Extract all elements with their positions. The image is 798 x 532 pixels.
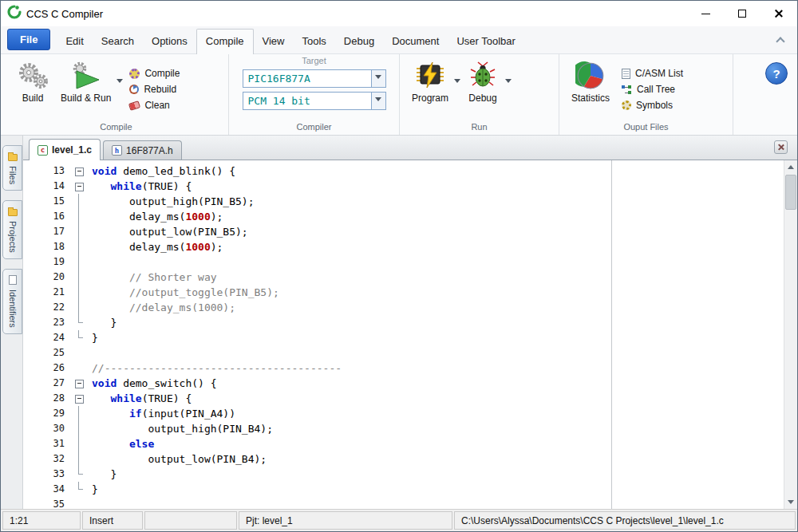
scroll-up-button[interactable]	[784, 160, 797, 173]
statistics-button[interactable]: Statistics	[566, 57, 615, 121]
sidebar-tab-projects[interactable]: Projects	[2, 200, 22, 259]
fold-margin	[73, 270, 85, 285]
document-icon	[622, 69, 630, 79]
code-text: delay_ms(1000);	[85, 239, 784, 254]
line-number: 15	[23, 194, 73, 209]
code-editor[interactable]: 13void demo_led_blink() {14 while(TRUE) …	[23, 160, 797, 509]
build-button[interactable]: Build	[10, 57, 55, 121]
sidebar-tabs: FilesProjectsIdentifiers	[1, 136, 23, 509]
line-number: 32	[23, 451, 73, 467]
code-text: // Shorter way	[85, 270, 784, 285]
line-number: 35	[23, 497, 73, 509]
menu-item-options[interactable]: Options	[143, 30, 196, 53]
editor-tab-label: level_1.c	[52, 144, 92, 156]
symbols-label: Symbols	[636, 100, 673, 111]
fold-margin	[73, 436, 85, 451]
maximize-button[interactable]	[724, 1, 760, 26]
fold-margin	[73, 467, 85, 482]
vertical-scrollbar[interactable]	[784, 160, 797, 509]
code-line: 30 output_high(PIN_B4);	[23, 421, 784, 436]
menu-items: EditSearchOptionsCompileViewToolsDebugDo…	[57, 29, 523, 53]
collapse-ribbon-button[interactable]	[773, 35, 788, 46]
ribbon-group-run: Program	[400, 54, 559, 135]
help-button[interactable]: ?	[765, 62, 788, 85]
code-text: }	[85, 467, 784, 482]
close-icon	[777, 144, 784, 151]
help-zone: ?	[733, 54, 797, 135]
line-number: 17	[23, 224, 73, 239]
device-select[interactable]: PIC16F877A	[243, 69, 386, 88]
build-and-run-dropdown[interactable]	[117, 83, 123, 97]
menu-item-debug[interactable]: Debug	[335, 30, 383, 53]
fold-margin	[73, 209, 85, 224]
sidebar-tab-identifiers[interactable]: Identifiers	[2, 269, 22, 334]
debug-button[interactable]: Debug	[460, 57, 505, 121]
call-tree-label: Call Tree	[637, 84, 675, 95]
scroll-down-button[interactable]	[784, 496, 797, 509]
close-icon	[774, 9, 784, 18]
triangle-up-icon	[788, 162, 794, 169]
chevron-down-icon[interactable]	[371, 93, 385, 109]
debug-dropdown[interactable]	[505, 83, 512, 97]
menu-item-search[interactable]: Search	[93, 30, 143, 53]
code-line: 35	[23, 497, 784, 509]
sidebar-tab-files[interactable]: Files	[2, 145, 22, 191]
fold-collapse-icon[interactable]	[73, 376, 85, 391]
editor-tabs: clevel_1.ch16F877A.h	[29, 139, 184, 160]
statistics-label: Statistics	[571, 93, 610, 104]
menu-item-compile[interactable]: Compile	[196, 29, 254, 54]
editor-zone: clevel_1.ch16F877A.h 13void demo_led_bli…	[23, 136, 797, 509]
rebuild-button[interactable]: Rebuild	[129, 84, 180, 95]
statusbar-project: Pjt: level_1	[239, 511, 452, 530]
build-and-run-label: Build & Run	[61, 93, 111, 104]
fold-margin	[73, 361, 85, 376]
minimize-button[interactable]	[687, 1, 724, 26]
compile-button[interactable]: Compile	[129, 68, 180, 79]
program-dropdown[interactable]	[454, 83, 460, 97]
code-line: 24}	[23, 330, 784, 345]
build-and-run-button[interactable]: Build & Run	[55, 57, 117, 121]
code-text: //output_toggle(PIN_B5);	[85, 285, 784, 300]
circular-arrows-icon	[129, 85, 139, 94]
group-label-compile: Compile	[4, 121, 228, 135]
clean-button[interactable]: Clean	[129, 100, 180, 111]
triangle-down-icon	[788, 500, 794, 507]
code-text: output_high(PIN_B5);	[85, 194, 784, 209]
code-line: 23 }	[23, 315, 784, 330]
editor-tab-level-1-c[interactable]: clevel_1.c	[29, 139, 101, 160]
eraser-icon	[128, 100, 140, 111]
fold-collapse-icon[interactable]	[73, 164, 85, 179]
menu-item-view[interactable]: View	[254, 30, 294, 53]
window-title: CCS C Compiler	[26, 8, 103, 20]
c-source-file-icon: c	[38, 145, 48, 156]
code-text: while(TRUE) {	[85, 391, 784, 406]
close-editor-button[interactable]	[774, 140, 788, 154]
line-number: 25	[23, 345, 73, 361]
line-number: 28	[23, 391, 73, 406]
menu-item-tools[interactable]: Tools	[293, 30, 334, 53]
line-number: 18	[23, 239, 73, 254]
menu-item-document[interactable]: Document	[383, 30, 448, 53]
call-tree-button[interactable]: Call Tree	[622, 84, 683, 95]
editor-tab-16f877a-h[interactable]: h16F877A.h	[103, 140, 182, 160]
sidebar-tab-label: Files	[8, 166, 18, 184]
code-lines: 13void demo_led_blink() {14 while(TRUE) …	[23, 164, 784, 509]
symbols-button[interactable]: Symbols	[622, 100, 683, 111]
program-button[interactable]: Program	[406, 57, 454, 121]
file-menu-button[interactable]: File	[7, 29, 50, 50]
menu-item-edit[interactable]: Edit	[57, 30, 92, 53]
fold-margin	[73, 406, 85, 421]
compiler-mode-select[interactable]: PCM 14 bit	[243, 92, 386, 110]
chevron-down-icon[interactable]	[371, 70, 385, 87]
scrollbar-thumb[interactable]	[785, 175, 796, 210]
fold-collapse-icon[interactable]	[73, 391, 85, 406]
editor-split-divider[interactable]	[611, 160, 612, 509]
line-number: 29	[23, 406, 73, 421]
casm-list-button[interactable]: C/ASM List	[622, 68, 683, 79]
code-line: 22 //delay_ms(1000);	[23, 300, 784, 315]
fold-collapse-icon[interactable]	[73, 179, 85, 194]
code-line: 34}	[23, 482, 784, 497]
menu-item-user-toolbar[interactable]: User Toolbar	[448, 30, 523, 53]
line-number: 31	[23, 436, 73, 451]
close-button[interactable]	[760, 1, 797, 26]
